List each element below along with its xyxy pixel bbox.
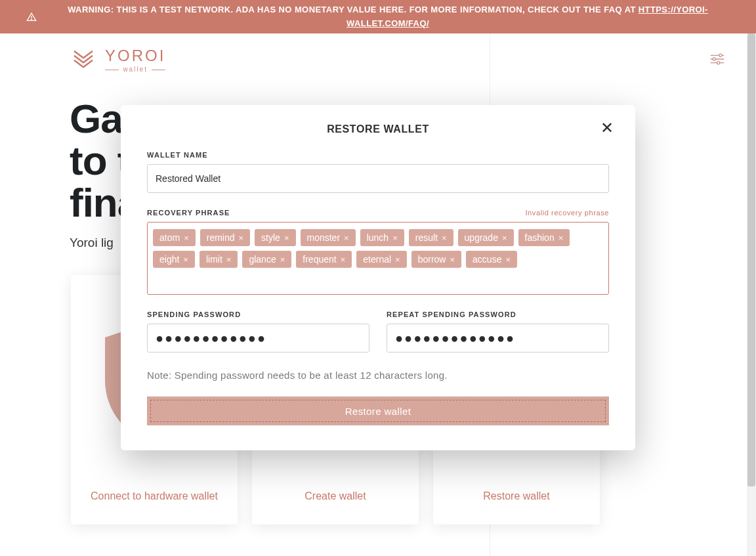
modal-title: RESTORE WALLET bbox=[147, 123, 609, 135]
phrase-chip: style× bbox=[255, 229, 295, 246]
phrase-word: lunch bbox=[367, 232, 388, 243]
phrase-chip: monster× bbox=[301, 229, 356, 246]
spending-password-input[interactable] bbox=[147, 324, 369, 353]
recovery-phrase-label: RECOVERY PHRASE bbox=[147, 209, 230, 217]
phrase-word: style bbox=[261, 232, 280, 243]
svg-point-1 bbox=[31, 18, 32, 19]
phrase-chip: eight× bbox=[153, 251, 195, 268]
restore-wallet-button[interactable]: Restore wallet bbox=[147, 396, 609, 425]
settings-button[interactable] bbox=[709, 51, 726, 70]
warning-icon bbox=[26, 12, 37, 22]
scrollbar-thumb[interactable] bbox=[747, 33, 755, 486]
logo-mark-icon bbox=[70, 45, 97, 75]
remove-chip-icon[interactable]: × bbox=[505, 255, 511, 265]
phrase-word: glance bbox=[249, 254, 276, 265]
remove-chip-icon[interactable]: × bbox=[284, 233, 289, 243]
card-label: Restore wallet bbox=[483, 490, 549, 502]
phrase-word: borrow bbox=[418, 254, 446, 265]
phrase-word: accuse bbox=[472, 254, 501, 265]
phrase-chip: eternal× bbox=[356, 251, 406, 268]
remove-chip-icon[interactable]: × bbox=[183, 255, 188, 265]
logo-subtitle: wallet bbox=[123, 66, 148, 73]
phrase-word: upgrade bbox=[465, 232, 498, 243]
recovery-phrase-input[interactable]: atom×remind×style×monster×lunch×result×u… bbox=[147, 222, 609, 295]
phrase-word: result bbox=[415, 232, 438, 243]
password-note: Note: Spending password needs to be at l… bbox=[147, 370, 609, 381]
remove-chip-icon[interactable]: × bbox=[226, 255, 232, 265]
svg-point-7 bbox=[717, 62, 720, 64]
phrase-chip: upgrade× bbox=[458, 229, 514, 246]
phrase-word: remind bbox=[207, 232, 235, 243]
app-header: YOROI wallet bbox=[0, 33, 756, 93]
logo-name: YOROI bbox=[105, 48, 165, 64]
restore-wallet-modal: RESTORE WALLET ✕ WALLET NAME RECOVERY PH… bbox=[121, 105, 635, 450]
close-icon: ✕ bbox=[600, 119, 614, 137]
test-network-banner: WARNING: THIS IS A TEST NETWORK. ADA HAS… bbox=[0, 0, 756, 33]
remove-chip-icon[interactable]: × bbox=[280, 255, 285, 265]
recovery-phrase-error: Invalid recovery phrase bbox=[525, 209, 609, 217]
phrase-chip: atom× bbox=[153, 229, 196, 246]
remove-chip-icon[interactable]: × bbox=[341, 255, 346, 265]
phrase-word: eternal bbox=[363, 254, 391, 265]
card-label: Create wallet bbox=[304, 490, 366, 502]
phrase-chip: borrow× bbox=[411, 251, 461, 268]
svg-point-5 bbox=[713, 58, 715, 60]
yoroi-logo: YOROI wallet bbox=[70, 45, 165, 75]
phrase-chip: result× bbox=[409, 229, 453, 246]
banner-text: WARNING: THIS IS A TEST NETWORK. ADA HAS… bbox=[68, 5, 639, 14]
phrase-chip: glance× bbox=[242, 251, 291, 268]
phrase-chip: accuse× bbox=[466, 251, 517, 268]
remove-chip-icon[interactable]: × bbox=[344, 233, 349, 243]
scrollbar[interactable] bbox=[747, 33, 756, 556]
phrase-word: eight bbox=[159, 254, 179, 265]
remove-chip-icon[interactable]: × bbox=[558, 233, 564, 243]
spending-password-label: SPENDING PASSWORD bbox=[147, 310, 369, 318]
close-button[interactable]: ✕ bbox=[598, 119, 616, 137]
repeat-password-label: REPEAT SPENDING PASSWORD bbox=[387, 310, 609, 318]
phrase-word: fashion bbox=[525, 232, 555, 243]
remove-chip-icon[interactable]: × bbox=[395, 255, 400, 265]
remove-chip-icon[interactable]: × bbox=[502, 233, 507, 243]
remove-chip-icon[interactable]: × bbox=[450, 255, 455, 265]
phrase-chip: limit× bbox=[200, 251, 238, 268]
repeat-password-input[interactable] bbox=[387, 324, 609, 353]
phrase-chip: fashion× bbox=[518, 229, 570, 246]
remove-chip-icon[interactable]: × bbox=[239, 233, 244, 243]
phrase-word: frequent bbox=[303, 254, 336, 265]
svg-point-3 bbox=[719, 54, 722, 56]
card-label: Connect to hardware wallet bbox=[91, 490, 218, 502]
phrase-chip: remind× bbox=[200, 229, 250, 246]
phrase-chip: lunch× bbox=[360, 229, 404, 246]
phrase-word: monster bbox=[307, 232, 341, 243]
phrase-chip: frequent× bbox=[296, 251, 352, 268]
wallet-name-label: WALLET NAME bbox=[147, 151, 609, 159]
phrase-word: limit bbox=[206, 254, 222, 265]
remove-chip-icon[interactable]: × bbox=[184, 233, 189, 243]
remove-chip-icon[interactable]: × bbox=[442, 233, 447, 243]
wallet-name-input[interactable] bbox=[147, 164, 609, 193]
phrase-word: atom bbox=[159, 232, 180, 243]
remove-chip-icon[interactable]: × bbox=[392, 233, 398, 243]
